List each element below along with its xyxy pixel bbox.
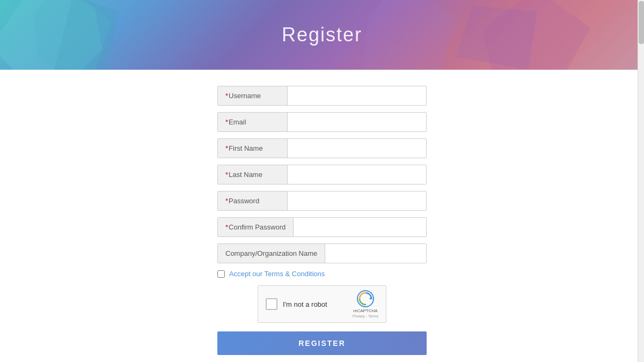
- first-name-field-row: *First Name: [217, 138, 427, 158]
- email-input[interactable]: [288, 113, 426, 131]
- recaptcha-text: I'm not a robot: [283, 300, 327, 308]
- first-name-input[interactable]: [288, 139, 426, 158]
- password-label: *Password: [218, 191, 288, 210]
- terms-row: Accept our Terms & Conditions: [217, 270, 427, 278]
- company-input[interactable]: [325, 244, 426, 263]
- company-field-row: Company/Organization Name: [217, 243, 427, 263]
- last-name-field-row: *Last Name: [217, 165, 427, 184]
- recaptcha-box[interactable]: I'm not a robot reCAPTCHA Privacy - Term…: [258, 285, 386, 323]
- page-title: Register: [0, 24, 644, 46]
- first-name-label: *First Name: [218, 139, 288, 158]
- username-label: *Username: [218, 86, 288, 105]
- last-name-input[interactable]: [288, 165, 426, 184]
- last-name-label: *Last Name: [218, 165, 288, 184]
- confirm-password-input[interactable]: [294, 218, 426, 237]
- header-banner: Register: [0, 0, 644, 70]
- username-input[interactable]: [288, 86, 426, 105]
- username-field-row: *Username: [217, 86, 427, 106]
- terms-checkbox[interactable]: [217, 270, 225, 278]
- recaptcha-checkbox[interactable]: [266, 298, 277, 310]
- confirm-password-field-row: *Confirm Password: [217, 217, 427, 237]
- email-field-row: *Email: [217, 112, 427, 132]
- company-label: Company/Organization Name: [218, 244, 325, 263]
- recaptcha-sub-label: Privacy - Terms: [353, 314, 378, 318]
- password-field-row: *Password: [217, 191, 427, 211]
- terms-link[interactable]: Accept our Terms & Conditions: [229, 270, 325, 278]
- register-form: *Username *Email *First Name *Last Name: [0, 70, 644, 362]
- confirm-password-label: *Confirm Password: [218, 218, 294, 237]
- register-button[interactable]: REGISTER: [217, 331, 427, 355]
- email-label: *Email: [218, 113, 288, 131]
- page-wrapper: Register *Username *Email *First Name: [0, 0, 644, 362]
- recaptcha-brand-label: reCAPTCHA: [353, 308, 377, 314]
- scrollbar[interactable]: [638, 0, 644, 362]
- recaptcha-logo-icon: [357, 290, 374, 307]
- password-input[interactable]: [288, 191, 426, 210]
